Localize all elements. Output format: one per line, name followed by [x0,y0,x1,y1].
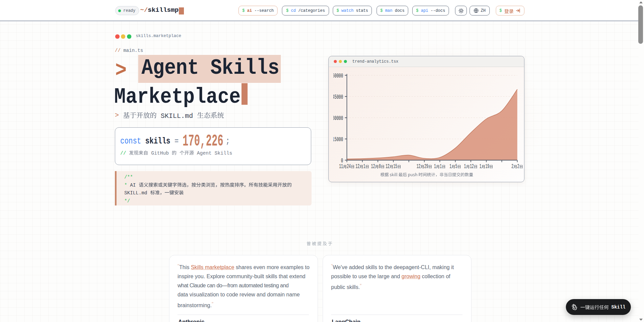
svg-text:15: 15 [393,163,397,170]
svg-text:12: 12 [470,163,474,170]
svg-text:1: 1 [450,163,452,170]
svg-text:1: 1 [363,163,365,170]
svg-text:1: 1 [440,163,442,170]
svg-text:11: 11 [339,163,343,170]
svg-text:2: 2 [517,163,519,170]
svg-text:8: 8 [379,163,381,170]
svg-text:12: 12 [417,163,421,170]
svg-text:30000: 30000 [332,115,343,122]
svg-text:12: 12 [386,163,390,170]
svg-text:19: 19 [485,163,489,170]
svg-text:29: 29 [424,163,428,170]
svg-text:15000: 15000 [332,136,343,143]
svg-text:1: 1 [434,163,436,170]
svg-text:5: 5 [455,163,457,170]
svg-text:12: 12 [371,163,375,170]
svg-text:45000: 45000 [332,93,343,101]
svg-text:1: 1 [480,163,482,170]
svg-text:1: 1 [464,163,466,170]
svg-text:2: 2 [512,163,514,170]
svg-text:60000: 60000 [332,72,343,79]
svg-text:24: 24 [347,163,351,170]
svg-text:12: 12 [356,163,360,170]
